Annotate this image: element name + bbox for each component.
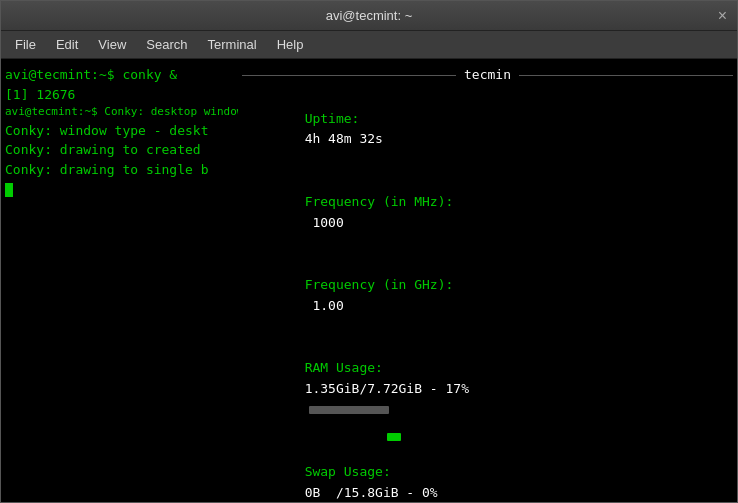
shell-line-5: Conky: drawing to created [5,140,234,160]
terminal-window: avi@tecmint: ~ × File Edit View Search T… [0,0,738,503]
ram-label: RAM Usage: [305,360,391,375]
cursor-line [5,179,234,199]
uptime-line: Uptime: 4h 48m 32s [242,88,733,171]
shell-line-1: avi@tecmint:~$ conky & [5,65,234,85]
ram-bar-fill [387,433,401,441]
uptime-value: 4h 48m 32s [305,131,383,146]
shell-output: avi@tecmint:~$ conky & [1] 12676 avi@tec… [1,59,238,502]
shell-line-3: avi@tecmint:~$ Conky: desktop window (12… [5,104,234,121]
freq-ghz-value: 1.00 [305,298,344,313]
menu-edit[interactable]: Edit [48,35,86,54]
close-button[interactable]: × [718,8,727,24]
conky-hostname: tecmin [456,65,519,86]
window-title: avi@tecmint: ~ [326,8,413,23]
freq-ghz-line: Frequency (in GHz): 1.00 [242,254,733,337]
shell-line-2: [1] 12676 [5,85,234,105]
menu-view[interactable]: View [90,35,134,54]
swap-value: 0B /15.8GiB - 0% [305,485,438,500]
swap-label: Swap Usage: [305,464,399,479]
menu-terminal[interactable]: Terminal [200,35,265,54]
menubar: File Edit View Search Terminal Help [1,31,737,59]
terminal-body[interactable]: avi@tecmint:~$ conky & [1] 12676 avi@tec… [1,59,737,502]
freq-mhz-label: Frequency (in MHz): [305,194,454,209]
freq-ghz-label: Frequency (in GHz): [305,277,454,292]
titlebar: avi@tecmint: ~ × [1,1,737,31]
shell-line-4: Conky: window type - deskt [5,121,234,141]
conky-output: tecmin Uptime: 4h 48m 32s Frequency (in … [238,59,737,502]
cursor [5,183,13,197]
uptime-label: Uptime: [305,111,360,126]
ram-line: RAM Usage: 1.35GiB/7.72GiB - 17% [242,337,733,441]
menu-file[interactable]: File [7,35,44,54]
conky-header-row: tecmin [242,65,733,86]
freq-mhz-value: 1000 [305,215,344,230]
menu-help[interactable]: Help [269,35,312,54]
ram-value: 1.35GiB/7.72GiB - 17% [305,381,469,396]
menu-search[interactable]: Search [138,35,195,54]
ram-bar-bg [309,406,389,414]
freq-mhz-line: Frequency (in MHz): 1000 [242,171,733,254]
shell-line-6: Conky: drawing to single b [5,160,234,180]
